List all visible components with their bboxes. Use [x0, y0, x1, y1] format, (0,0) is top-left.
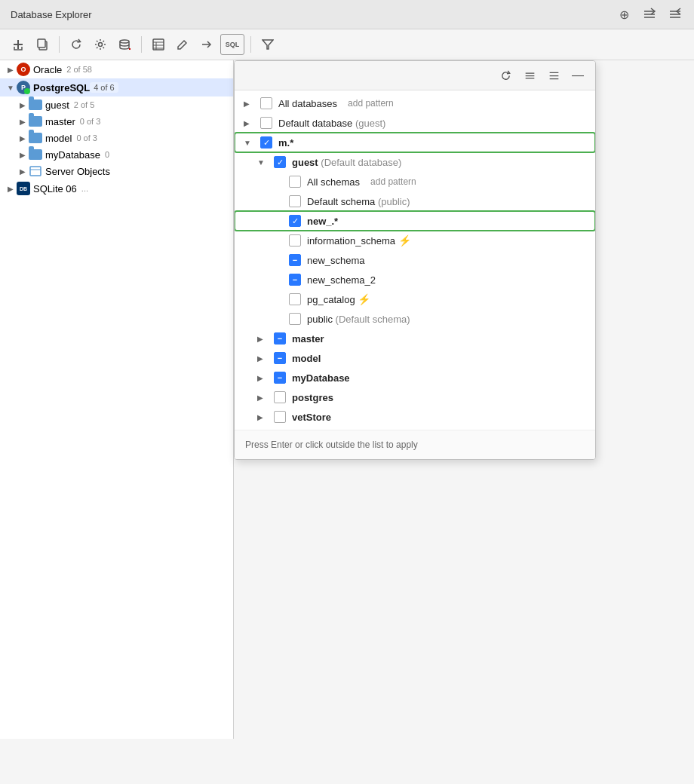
popup-item-postgres[interactable]: postgres — [235, 387, 595, 407]
cb-default-schema[interactable] — [289, 195, 301, 207]
tree-item-model[interactable]: model 0 of 3 — [0, 130, 233, 146]
label-information-schema: information_schema ⚡ — [307, 234, 411, 247]
tree-item-sqlite[interactable]: DB SQLite 06 ... — [0, 179, 233, 198]
chevron-default-database — [244, 119, 254, 127]
table-button[interactable] — [148, 34, 169, 55]
popup-item-myDatabase[interactable]: myDatabase — [235, 368, 595, 387]
label-model-item: model — [292, 353, 321, 364]
tree-item-master[interactable]: master 0 of 3 — [0, 113, 233, 130]
cb-new-schema[interactable] — [289, 254, 301, 266]
cb-pg-catalog[interactable] — [289, 293, 301, 305]
chevron-sqlite — [5, 182, 17, 194]
add-datasource-button[interactable] — [8, 34, 29, 55]
cb-public[interactable] — [289, 313, 301, 325]
popup-item-guest-expanded[interactable]: guest (Default database) — [235, 152, 595, 172]
label-new-schema: new_schema — [307, 255, 365, 266]
edit-button[interactable] — [172, 34, 193, 55]
popup-refresh-button[interactable] — [496, 66, 515, 85]
tree-panel: O Oracle 2 of 58 P PostgreSQL 4 of 6 gue… — [0, 60, 234, 739]
database-explorer-window: Database Explorer ⊕ — [0, 0, 694, 784]
chevron-myDatabase — [17, 149, 29, 161]
popup-item-information-schema[interactable]: ▶ information_schema ⚡ — [235, 231, 595, 250]
collapse-icon[interactable] — [641, 6, 658, 23]
cb-master-item[interactable] — [274, 332, 286, 345]
tree-item-oracle[interactable]: O Oracle 2 of 58 — [0, 60, 233, 78]
popup-item-new-star[interactable]: ▶ new_.* — [235, 211, 595, 231]
cb-default-database[interactable] — [260, 117, 272, 129]
cb-information-schema[interactable] — [289, 234, 301, 247]
main-toolbar: SQL — [0, 29, 694, 60]
expand-icon[interactable] — [667, 6, 683, 23]
chevron-guest-expanded — [257, 158, 268, 167]
cb-all-schemas[interactable] — [289, 176, 301, 188]
svg-rect-20 — [30, 167, 41, 176]
tree-item-myDatabase[interactable]: myDatabase 0 — [0, 146, 233, 163]
popup-item-public[interactable]: ▶ public (Default schema) — [235, 309, 595, 329]
popup-expand-button[interactable] — [544, 66, 563, 85]
add-pattern-schemas[interactable]: add pattern — [370, 176, 416, 187]
svg-point-10 — [99, 43, 103, 47]
popup-item-new-schema-2[interactable]: ▶ new_schema_2 — [235, 270, 595, 289]
popup-item-all-databases[interactable]: All databases add pattern — [235, 93, 595, 113]
svg-point-11 — [120, 40, 129, 43]
label-master-item: master — [292, 333, 324, 345]
guest-badge: 2 of 5 — [74, 100, 95, 109]
chevron-master — [17, 115, 29, 127]
window-title: Database Explorer — [11, 9, 92, 20]
tree-item-guest[interactable]: guest 2 of 5 — [0, 96, 233, 113]
tree-item-postgresql[interactable]: P PostgreSQL 4 of 6 — [0, 78, 233, 96]
guest-label: guest — [45, 100, 69, 111]
popup-item-m-star[interactable]: m.* — [235, 133, 595, 152]
cb-new-schema-2[interactable] — [289, 274, 301, 286]
popup-item-default-schema[interactable]: ▶ Default schema (public) — [235, 191, 595, 211]
popup-item-new-schema[interactable]: ▶ new_schema — [235, 250, 595, 270]
cb-myDatabase-item[interactable] — [274, 372, 286, 384]
popup-item-all-schemas[interactable]: ▶ All schemas add pattern — [235, 172, 595, 191]
svg-rect-9 — [38, 39, 45, 47]
popup-collapse-button[interactable] — [520, 66, 539, 85]
model-label: model — [45, 133, 72, 144]
popup-item-model[interactable]: model — [235, 348, 595, 368]
postgresql-label: PostgreSQL — [33, 82, 90, 93]
sqlite-label: SQLite 06 — [33, 183, 77, 194]
settings-button[interactable] — [90, 34, 111, 55]
title-bar-icons: ⊕ — [616, 6, 683, 23]
sqlite-badge: ... — [81, 184, 88, 193]
add-pattern-all-databases[interactable]: add pattern — [348, 98, 394, 109]
oracle-icon: O — [17, 63, 30, 76]
postgres-icon: P — [17, 81, 30, 94]
cb-model-item[interactable] — [274, 352, 286, 364]
copy-button[interactable] — [32, 34, 53, 55]
filter-popup: — All databases add pattern Default data… — [234, 60, 596, 460]
tree-item-server-objects[interactable]: Server Objects — [0, 163, 233, 179]
cb-all-databases[interactable] — [260, 97, 272, 109]
cb-postgres-item[interactable] — [274, 391, 286, 403]
cb-vetStore-item[interactable] — [274, 411, 286, 423]
popup-footer: Press Enter or click outside the list to… — [235, 430, 595, 459]
cb-guest-expanded[interactable] — [274, 156, 286, 168]
sql-button[interactable]: SQL — [220, 34, 244, 55]
cb-m-star[interactable] — [260, 136, 272, 149]
master-label: master — [45, 116, 75, 127]
label-default-schema: Default schema (public) — [307, 196, 410, 207]
cb-new-star[interactable] — [289, 215, 301, 227]
popup-body: All databases add pattern Default databa… — [235, 90, 595, 430]
filter-button[interactable] — [257, 34, 278, 55]
chevron-oracle — [5, 63, 17, 75]
master-badge: 0 of 3 — [80, 117, 101, 126]
popup-item-master[interactable]: master — [235, 329, 595, 348]
jump-button[interactable] — [196, 34, 217, 55]
database-button[interactable] — [114, 34, 135, 55]
add-connection-icon[interactable]: ⊕ — [616, 6, 632, 23]
popup-item-default-database[interactable]: Default database (guest) — [235, 113, 595, 133]
popup-item-pg-catalog[interactable]: ▶ pg_catalog ⚡ — [235, 289, 595, 309]
postgresql-badge: 4 of 6 — [90, 82, 118, 93]
popup-footer-text: Press Enter or click outside the list to… — [245, 439, 418, 450]
guest-folder-icon — [29, 100, 42, 110]
separator-3 — [250, 36, 251, 53]
label-vetStore-item: vetStore — [292, 412, 331, 423]
popup-item-vetStore[interactable]: vetStore — [235, 407, 595, 427]
refresh-button[interactable] — [66, 34, 87, 55]
popup-close-button[interactable]: — — [568, 66, 588, 85]
master-folder-icon — [29, 116, 42, 127]
